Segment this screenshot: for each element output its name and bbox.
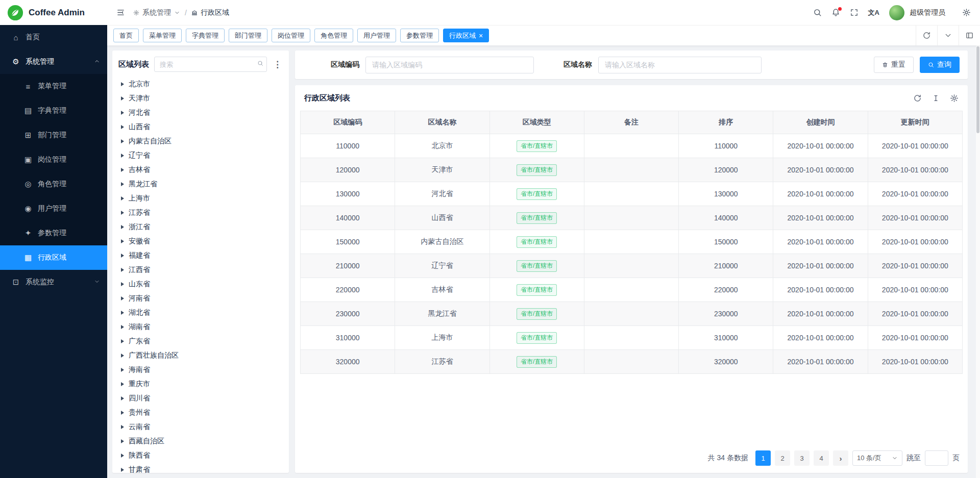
caret-right-icon[interactable] bbox=[121, 225, 124, 229]
sidebar-item[interactable]: ▤ 字典管理 bbox=[0, 98, 107, 123]
sidebar-item[interactable]: ✦ 参数管理 bbox=[0, 221, 107, 245]
tree-item[interactable]: 西藏自治区 bbox=[112, 434, 289, 448]
tree-item[interactable]: 上海市 bbox=[112, 191, 289, 206]
tree-item[interactable]: 福建省 bbox=[112, 248, 289, 263]
search-icon[interactable] bbox=[813, 8, 822, 17]
caret-right-icon[interactable] bbox=[121, 382, 124, 386]
caret-right-icon[interactable] bbox=[121, 254, 124, 258]
caret-right-icon[interactable] bbox=[121, 396, 124, 400]
tree-item[interactable]: 湖北省 bbox=[112, 306, 289, 320]
page-button[interactable]: 4 bbox=[814, 450, 829, 466]
tree-item[interactable]: 黑龙江省 bbox=[112, 177, 289, 191]
caret-right-icon[interactable] bbox=[121, 154, 124, 158]
tree-item[interactable]: 江苏省 bbox=[112, 206, 289, 220]
sidebar-item[interactable]: ◉ 用户管理 bbox=[0, 196, 107, 221]
search-button[interactable]: 查询 bbox=[920, 57, 960, 73]
table-row[interactable]: 130000 河北省 省市/直辖市 130000 2020-10-01 00:0… bbox=[301, 182, 963, 206]
caret-right-icon[interactable] bbox=[121, 339, 124, 343]
tree-item[interactable]: 河北省 bbox=[112, 106, 289, 120]
region-tree-list[interactable]: 北京市 天津市 河北省 山西省 内蒙古自治区 bbox=[112, 77, 289, 473]
tree-item[interactable]: 广西壮族自治区 bbox=[112, 348, 289, 363]
tab[interactable]: 字典管理 bbox=[186, 29, 225, 42]
sidebar-item[interactable]: ▦ 行政区域 bbox=[0, 245, 107, 270]
table-row[interactable]: 220000 吉林省 省市/直辖市 220000 2020-10-01 00:0… bbox=[301, 278, 963, 302]
region-name-input[interactable] bbox=[598, 57, 762, 73]
tree-item[interactable]: 浙江省 bbox=[112, 220, 289, 234]
page-button[interactable]: 1 bbox=[755, 450, 771, 466]
tab[interactable]: 角色管理 bbox=[314, 29, 353, 42]
refresh-tabs-icon[interactable] bbox=[916, 26, 937, 45]
caret-right-icon[interactable] bbox=[121, 82, 124, 86]
page-scrollbar[interactable] bbox=[976, 45, 980, 478]
page-button[interactable]: 2 bbox=[775, 450, 790, 466]
tree-item[interactable]: 甘肃省 bbox=[112, 463, 289, 473]
table-row[interactable]: 140000 山西省 省市/直辖市 140000 2020-10-01 00:0… bbox=[301, 206, 963, 230]
tree-item[interactable]: 海南省 bbox=[112, 363, 289, 377]
fullscreen-icon[interactable] bbox=[850, 8, 859, 17]
caret-right-icon[interactable] bbox=[121, 368, 124, 372]
next-page-button[interactable]: › bbox=[833, 450, 848, 466]
tree-item[interactable]: 辽宁省 bbox=[112, 148, 289, 163]
caret-right-icon[interactable] bbox=[121, 439, 124, 443]
sidebar-item[interactable]: ◎ 角色管理 bbox=[0, 172, 107, 196]
caret-right-icon[interactable] bbox=[121, 468, 124, 472]
tree-item[interactable]: 吉林省 bbox=[112, 163, 289, 177]
sidebar-item[interactable]: ⊞ 部门管理 bbox=[0, 123, 107, 147]
table-row[interactable]: 110000 北京市 省市/直辖市 110000 2020-10-01 00:0… bbox=[301, 134, 963, 158]
sidebar-item-home[interactable]: ⌂ 首页 bbox=[0, 25, 107, 49]
tree-item[interactable]: 湖南省 bbox=[112, 320, 289, 334]
tree-item[interactable]: 云南省 bbox=[112, 420, 289, 434]
more-options-icon[interactable]: ⋮ bbox=[272, 60, 283, 69]
page-scrollbar-thumb[interactable] bbox=[976, 46, 979, 133]
tree-item[interactable]: 四川省 bbox=[112, 391, 289, 406]
tree-item[interactable]: 天津市 bbox=[112, 91, 289, 106]
caret-right-icon[interactable] bbox=[121, 96, 124, 100]
caret-right-icon[interactable] bbox=[121, 111, 124, 115]
caret-right-icon[interactable] bbox=[121, 354, 124, 358]
tree-item[interactable]: 安徽省 bbox=[112, 234, 289, 248]
sidebar-group-system[interactable]: ⚙ 系统管理 bbox=[0, 49, 107, 74]
tree-item[interactable]: 江西省 bbox=[112, 263, 289, 277]
reset-button[interactable]: 重置 bbox=[874, 57, 914, 73]
tree-item[interactable]: 陕西省 bbox=[112, 448, 289, 463]
tab[interactable]: 首页 bbox=[113, 29, 139, 42]
caret-right-icon[interactable] bbox=[121, 239, 124, 243]
tab[interactable]: 菜单管理 bbox=[143, 29, 182, 42]
caret-right-icon[interactable] bbox=[121, 182, 124, 186]
search-icon[interactable] bbox=[257, 60, 263, 66]
tree-item[interactable]: 山东省 bbox=[112, 277, 289, 291]
tab[interactable]: 岗位管理 bbox=[272, 29, 310, 42]
caret-right-icon[interactable] bbox=[121, 296, 124, 300]
table-row[interactable]: 230000 黑龙江省 省市/直辖市 230000 2020-10-01 00:… bbox=[301, 302, 963, 326]
app-logo[interactable]: Coffee Admin bbox=[0, 0, 107, 25]
column-settings-gear-icon[interactable] bbox=[950, 94, 959, 103]
sidebar-item[interactable]: ▣ 岗位管理 bbox=[0, 147, 107, 172]
caret-right-icon[interactable] bbox=[121, 325, 124, 329]
breadcrumb-item-system[interactable]: 系统管理 bbox=[133, 8, 180, 17]
caret-right-icon[interactable] bbox=[121, 411, 124, 415]
tab[interactable]: 部门管理 bbox=[229, 29, 267, 42]
caret-right-icon[interactable] bbox=[121, 125, 124, 129]
table-row[interactable]: 320000 江苏省 省市/直辖市 320000 2020-10-01 00:0… bbox=[301, 350, 963, 374]
tree-item[interactable]: 山西省 bbox=[112, 120, 289, 134]
refresh-icon[interactable] bbox=[913, 94, 922, 103]
caret-right-icon[interactable] bbox=[121, 311, 124, 315]
sidebar-collapse-icon[interactable] bbox=[116, 8, 125, 17]
table-row[interactable]: 150000 内蒙古自治区 省市/直辖市 150000 2020-10-01 0… bbox=[301, 230, 963, 254]
tree-item[interactable]: 贵州省 bbox=[112, 406, 289, 420]
tree-item[interactable]: 内蒙古自治区 bbox=[112, 134, 289, 148]
tab-close-icon[interactable]: × bbox=[479, 32, 483, 39]
layout-expand-icon[interactable] bbox=[959, 26, 980, 45]
table-row[interactable]: 120000 天津市 省市/直辖市 120000 2020-10-01 00:0… bbox=[301, 158, 963, 182]
translate-icon[interactable]: 文A bbox=[868, 8, 879, 17]
caret-right-icon[interactable] bbox=[121, 211, 124, 215]
tab[interactable]: 参数管理 bbox=[400, 29, 439, 42]
table-row[interactable]: 310000 上海市 省市/直辖市 310000 2020-10-01 00:0… bbox=[301, 326, 963, 350]
caret-right-icon[interactable] bbox=[121, 196, 124, 200]
tree-search-input[interactable] bbox=[154, 57, 267, 72]
caret-right-icon[interactable] bbox=[121, 282, 124, 286]
tree-item[interactable]: 广东省 bbox=[112, 334, 289, 348]
caret-right-icon[interactable] bbox=[121, 454, 124, 458]
settings-gear-icon[interactable] bbox=[962, 8, 971, 17]
notification-bell-icon[interactable] bbox=[831, 8, 840, 17]
